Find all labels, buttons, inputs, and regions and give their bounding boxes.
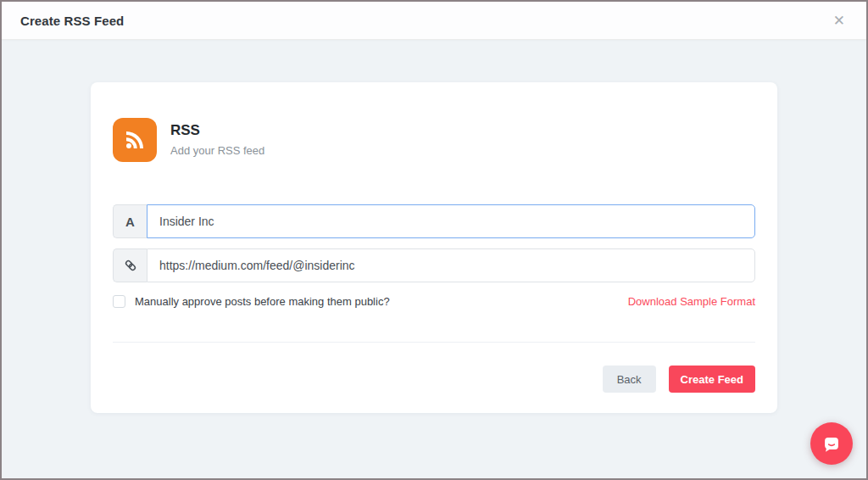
close-icon[interactable]: ✕ <box>830 12 849 30</box>
footer-divider <box>113 342 755 343</box>
create-rss-feed-modal: { "window": { "title": "Create RSS Feed"… <box>0 0 868 480</box>
page-title: Create RSS Feed <box>20 14 124 28</box>
download-sample-link[interactable]: Download Sample Format <box>628 295 755 308</box>
approve-option: Manually approve posts before making the… <box>113 295 390 308</box>
approve-label: Manually approve posts before making the… <box>135 295 390 308</box>
chat-bubble-icon <box>821 433 843 455</box>
footer-actions: Back Create Feed <box>113 366 755 393</box>
provider-text: RSS Add your RSS feed <box>170 118 264 157</box>
provider-header: RSS Add your RSS feed <box>113 118 755 162</box>
modal-header: Create RSS Feed ✕ <box>2 2 866 40</box>
feed-url-input[interactable] <box>147 248 755 282</box>
feed-name-input[interactable] <box>147 204 755 238</box>
rss-feed-card: RSS Add your RSS feed A Manually approve… <box>91 82 777 413</box>
provider-subtitle: Add your RSS feed <box>170 144 264 157</box>
create-feed-button[interactable]: Create Feed <box>669 366 755 393</box>
back-button[interactable]: Back <box>603 366 656 393</box>
link-icon <box>113 248 147 282</box>
approve-checkbox[interactable] <box>113 295 125 308</box>
approve-row: Manually approve posts before making the… <box>113 295 755 308</box>
chat-widget-button[interactable] <box>810 422 853 465</box>
feed-url-group <box>113 248 755 282</box>
provider-name: RSS <box>170 122 264 139</box>
text-prefix: A <box>113 204 147 238</box>
feed-name-group: A <box>113 204 755 238</box>
rss-icon <box>113 118 157 162</box>
